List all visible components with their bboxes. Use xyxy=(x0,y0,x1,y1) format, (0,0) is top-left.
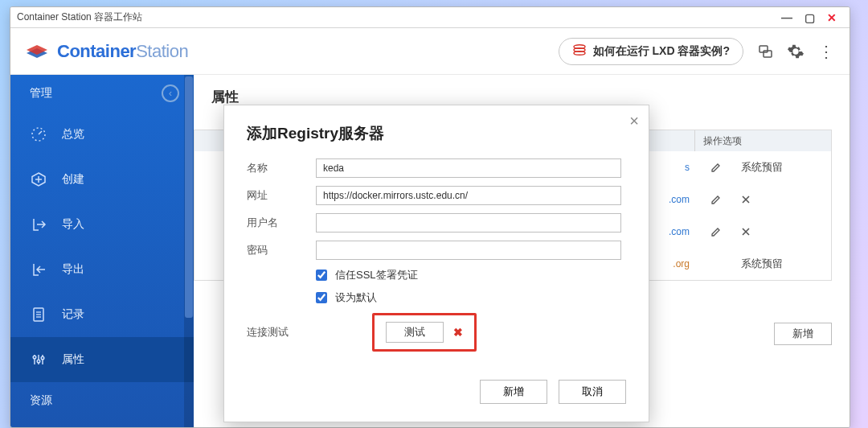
settings-icon[interactable] xyxy=(787,43,805,60)
export-icon xyxy=(30,261,47,278)
svg-point-2 xyxy=(574,51,585,55)
add-registry-dialog: × 添加Registry服务器 名称 网址 用户名 密码 信任SSL签署凭证 设… xyxy=(223,105,649,422)
svg-point-17 xyxy=(33,356,36,359)
import-icon xyxy=(30,216,47,233)
logo: ContainerStation xyxy=(25,41,188,62)
delete-icon[interactable] xyxy=(741,227,751,237)
dialog-close-icon[interactable]: × xyxy=(629,112,639,130)
cell-reserved: 系统预留 xyxy=(741,160,783,175)
sidebar-item-label: 记录 xyxy=(62,307,84,322)
label-trust-ssl: 信任SSL签署凭证 xyxy=(335,268,418,282)
table-add-button[interactable]: 新增 xyxy=(774,323,832,345)
input-url[interactable] xyxy=(316,186,621,205)
logo-icon xyxy=(25,42,49,61)
sidebar-group-resources-label: 资源 xyxy=(30,393,52,408)
test-button[interactable]: 测试 xyxy=(386,322,444,343)
label-password: 密码 xyxy=(247,243,316,257)
checkbox-trust-ssl[interactable] xyxy=(316,270,327,281)
label-set-default: 设为默认 xyxy=(335,290,377,305)
edit-icon[interactable] xyxy=(710,194,722,205)
sidebar-item-import[interactable]: 导入 xyxy=(10,202,194,247)
page-title: 属性 xyxy=(211,88,832,106)
sidebar-group-management[interactable]: 管理 ‹ xyxy=(10,75,194,112)
connection-test-area: 测试 ✖ xyxy=(372,313,477,352)
label-name: 名称 xyxy=(247,161,316,175)
help-stack-icon xyxy=(572,43,587,60)
sidebar-item-export[interactable]: 导出 xyxy=(10,247,194,292)
sidebar: 管理 ‹ 总览 创建 导入 xyxy=(10,75,194,427)
sidebar-item-label: 创建 xyxy=(62,172,84,187)
svg-point-18 xyxy=(37,360,40,363)
sidebar-item-create[interactable]: 创建 xyxy=(10,157,194,202)
input-user[interactable] xyxy=(316,213,621,233)
col-header-ops: 操作选项 xyxy=(694,130,831,151)
label-user: 用户名 xyxy=(247,216,316,230)
close-button[interactable]: ✕ xyxy=(821,11,843,24)
checkbox-set-default[interactable] xyxy=(316,292,327,303)
network-icon[interactable] xyxy=(756,43,774,60)
sidebar-item-label: 属性 xyxy=(62,352,84,367)
label-conn-test: 连接测试 xyxy=(247,325,316,340)
app-header: ContainerStation 如何在运行 LXD 容器实例? ⋮ xyxy=(10,28,850,75)
dialog-title: 添加Registry服务器 xyxy=(224,105,649,152)
gauge-icon xyxy=(30,126,47,142)
minimize-button[interactable]: — xyxy=(776,11,798,24)
sliders-icon xyxy=(30,352,47,368)
input-name[interactable] xyxy=(316,158,621,178)
cell-reserved: 系统预留 xyxy=(741,257,783,271)
sidebar-item-log[interactable]: 记录 xyxy=(10,292,194,337)
dialog-add-button[interactable]: 新增 xyxy=(480,380,547,404)
plus-circle-icon xyxy=(30,171,47,187)
sidebar-group-resources[interactable]: 资源 xyxy=(10,382,194,419)
edit-icon[interactable] xyxy=(710,162,722,173)
scrollbar-thumb[interactable] xyxy=(185,76,193,318)
test-fail-icon: ✖ xyxy=(453,326,463,339)
edit-icon[interactable] xyxy=(710,226,722,237)
more-icon[interactable]: ⋮ xyxy=(817,43,835,60)
sidebar-group-label: 管理 xyxy=(30,86,52,101)
sidebar-item-properties[interactable]: 属性 xyxy=(10,337,194,382)
svg-line-6 xyxy=(39,131,42,134)
delete-icon[interactable] xyxy=(741,195,751,204)
sidebar-item-overview[interactable]: 总览 xyxy=(10,112,194,157)
collapse-icon[interactable]: ‹ xyxy=(162,84,179,102)
input-password[interactable] xyxy=(316,241,621,260)
label-url: 网址 xyxy=(247,188,316,203)
logo-text: ContainerStation xyxy=(57,41,188,62)
maximize-button[interactable]: ▢ xyxy=(798,11,821,24)
svg-point-19 xyxy=(41,356,44,360)
sidebar-item-label: 导出 xyxy=(62,262,84,277)
dialog-cancel-button[interactable]: 取消 xyxy=(559,380,626,404)
sidebar-scrollbar[interactable] xyxy=(184,75,194,427)
sidebar-item-label: 导入 xyxy=(62,217,84,232)
help-lxd-label: 如何在运行 LXD 容器实例? xyxy=(593,44,730,59)
os-titlebar: Container Station 容器工作站 — ▢ ✕ xyxy=(10,7,850,28)
help-lxd-button[interactable]: 如何在运行 LXD 容器实例? xyxy=(559,38,743,65)
os-title: Container Station 容器工作站 xyxy=(17,10,776,24)
doc-icon xyxy=(30,307,47,323)
sidebar-item-label: 总览 xyxy=(62,127,84,142)
